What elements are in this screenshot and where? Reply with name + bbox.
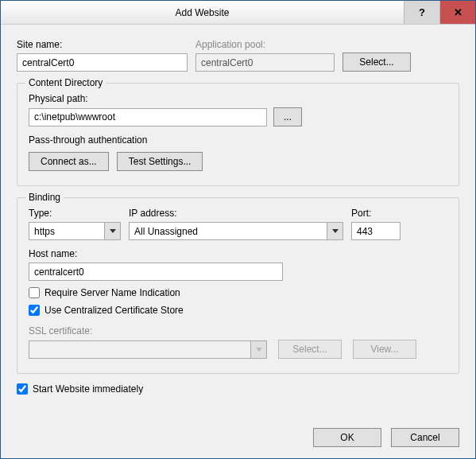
require-sni-checkbox[interactable] — [29, 287, 40, 298]
window-title: Add Website — [1, 7, 404, 18]
binding-group: Binding Type: IP address: — [17, 197, 459, 374]
type-label: Type: — [29, 208, 121, 219]
titlebar: Add Website ? ✕ — [1, 1, 475, 25]
cancel-button[interactable]: Cancel — [391, 428, 459, 447]
ok-button[interactable]: OK — [313, 428, 381, 447]
chevron-down-icon — [250, 341, 266, 358]
dialog-footer: OK Cancel — [313, 428, 459, 447]
site-name-label: Site name: — [17, 39, 188, 50]
host-name-label: Host name: — [29, 248, 447, 259]
ssl-view-button: View... — [353, 340, 416, 359]
add-website-dialog: Add Website ? ✕ Site name: Application p… — [0, 0, 476, 459]
start-immediately-label: Start Website immediately — [33, 383, 143, 395]
test-settings-button[interactable]: Test Settings... — [117, 152, 203, 171]
start-immediately-checkbox[interactable] — [17, 383, 28, 395]
titlebar-buttons: ? ✕ — [404, 1, 475, 24]
physical-path-input[interactable] — [29, 108, 267, 126]
dialog-body: Site name: Application pool: Select... C… — [1, 25, 475, 403]
content-directory-title: Content Directory — [25, 77, 106, 88]
physical-path-label: Physical path: — [29, 93, 447, 104]
ssl-cert-select — [29, 340, 267, 359]
binding-title: Binding — [25, 192, 64, 203]
host-name-input[interactable] — [29, 263, 283, 281]
require-sni-label: Require Server Name Indication — [45, 287, 180, 298]
port-label: Port: — [351, 208, 401, 219]
browse-path-button[interactable]: ... — [273, 107, 302, 126]
chevron-down-icon[interactable] — [104, 223, 120, 239]
site-name-input[interactable] — [17, 53, 188, 72]
content-directory-group: Content Directory Physical path: ... Pas… — [17, 83, 459, 186]
ssl-cert-label: SSL certificate: — [29, 325, 447, 336]
port-input[interactable] — [351, 222, 401, 240]
use-ccs-label: Use Centralized Certificate Store — [45, 305, 184, 316]
use-ccs-checkbox[interactable] — [29, 305, 40, 316]
pass-through-auth-label: Pass-through authentication — [29, 134, 447, 146]
connect-as-button[interactable]: Connect as... — [29, 152, 109, 171]
close-button[interactable]: ✕ — [439, 1, 475, 24]
help-button[interactable]: ? — [404, 1, 439, 24]
app-pool-select-button[interactable]: Select... — [342, 53, 411, 72]
ssl-select-button: Select... — [278, 340, 342, 359]
chevron-down-icon[interactable] — [327, 223, 342, 239]
ip-address-label: IP address: — [129, 208, 343, 219]
app-pool-label: Application pool: — [195, 39, 335, 50]
ip-address-select[interactable] — [129, 222, 343, 240]
app-pool-input — [195, 53, 335, 72]
